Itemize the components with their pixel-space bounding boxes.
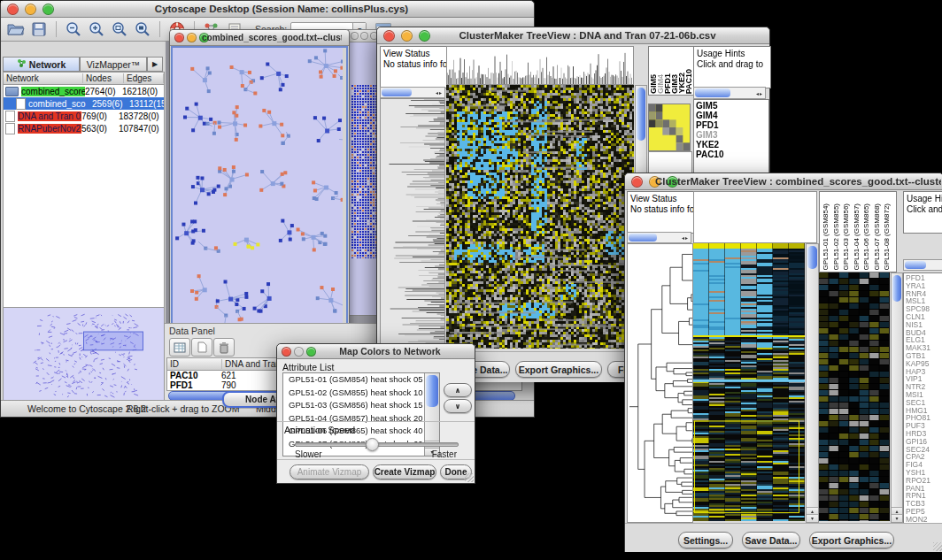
resize-grip[interactable] [933, 542, 942, 551]
close-button[interactable] [351, 32, 359, 40]
settings-button[interactable]: Settings... [678, 532, 733, 548]
minimize-button[interactable] [360, 32, 368, 40]
vscrollbar[interactable]: ▴ ▾ [891, 272, 903, 523]
heatmap-canvas[interactable] [693, 243, 805, 521]
zoom-out-icon[interactable] [62, 20, 85, 39]
more-tabs-button[interactable]: ▶ [147, 57, 163, 72]
tab-vizmapper[interactable]: VizMapper™ [80, 57, 147, 72]
minimize-button[interactable] [401, 30, 413, 42]
gene-label[interactable]: GIM3 [696, 130, 767, 140]
vscroll-thumb[interactable] [892, 275, 901, 302]
move-up-button[interactable]: ∧ [444, 383, 472, 397]
hscrollbar[interactable] [903, 259, 942, 271]
close-button[interactable] [631, 176, 643, 188]
animate-vizmap-button[interactable]: Animate Vizmap [290, 464, 369, 479]
hscroll-thumb[interactable] [695, 88, 730, 97]
export-graphics-button[interactable]: Export Graphics... [809, 532, 894, 548]
network-table-header[interactable]: Network Nodes Edges [4, 73, 164, 85]
hscroll-arrows-icon[interactable]: ◂▸ [682, 233, 689, 242]
close-button[interactable] [383, 30, 395, 42]
column-label[interactable]: GPL51-01 (GSM854) [821, 203, 831, 271]
hscroll-thumb[interactable] [905, 261, 926, 269]
network-canvas[interactable] [173, 48, 343, 324]
network-view-title: combined_scores_good.txt--cluste... [202, 33, 342, 42]
gene-label[interactable]: PFD1 [696, 120, 767, 130]
create-vizmap-button[interactable]: Create Vizmap [373, 464, 436, 479]
zoom-fit-icon[interactable] [131, 20, 154, 39]
tab-network[interactable]: Network [3, 57, 80, 72]
main-titlebar[interactable]: Cytoscape Desktop (Session Name: collins… [1, 1, 534, 18]
new-document-icon[interactable] [191, 338, 212, 357]
heatmap-canvas[interactable] [446, 85, 634, 349]
export-graphics-button[interactable]: Export Graphics... [515, 361, 602, 378]
trash-icon[interactable] [213, 338, 235, 357]
attribute-item[interactable]: GPL51-04 (GSM857) heat shock 20 min [286, 412, 439, 426]
save-icon[interactable] [27, 20, 50, 39]
network-row[interactable]: combined_scores 2764(0) 16218(0) [4, 85, 164, 97]
minimize-button[interactable] [187, 33, 197, 42]
column-label[interactable]: GPL51-08 (GSM872) [882, 203, 892, 271]
network-row[interactable]: RNAPuberNov2+I 563(0) 107847(0) [4, 122, 164, 134]
usage-hints-title: Usage Hints [907, 194, 942, 204]
vscroll-thumb[interactable] [637, 88, 645, 141]
scroll-down-icon[interactable]: ▾ [807, 514, 818, 522]
column-label[interactable]: GPL51-03 (GSM856) [841, 203, 852, 271]
close-button[interactable] [282, 347, 291, 357]
gene-label[interactable]: GIM5 [696, 101, 767, 111]
gene-label[interactable]: PAC10 [696, 150, 767, 159]
attribute-item[interactable]: GPL51-03 (GSM856) heat shock 15 min [286, 399, 439, 412]
correlation-matrix-canvas[interactable] [648, 104, 691, 151]
open-folder-icon[interactable] [4, 20, 27, 39]
column-nodes[interactable]: Nodes [83, 73, 124, 83]
hscroll-arrows-icon[interactable]: ◂▸ [756, 88, 763, 98]
move-down-button[interactable]: ∨ [444, 399, 472, 413]
hscroll-thumb[interactable] [629, 234, 657, 242]
attribute-item[interactable]: GPL51-02 (GSM855) heat shock 10 min [286, 387, 439, 400]
treeview-combined-titlebar[interactable]: ClusterMaker TreeView : combined_scores_… [625, 173, 942, 190]
scroll-down-icon[interactable]: ▾ [892, 514, 902, 522]
zoom-in-icon[interactable] [85, 20, 108, 39]
attribute-grid-icon[interactable] [169, 338, 190, 357]
attribute-item[interactable]: GPL51-01 (GSM854) heat shock 05 min [286, 373, 439, 387]
gene-label[interactable]: YKE2 [696, 140, 767, 150]
animation-speed-slider-thumb[interactable] [366, 438, 379, 451]
network-row[interactable]: DNA and Tran 07 769(0) 183728(0) [4, 110, 164, 122]
column-dendrogram-canvas[interactable] [446, 46, 634, 85]
column-label[interactable]: GPL51-04 (GSM857) [852, 203, 862, 271]
resize-grip[interactable] [465, 473, 474, 482]
hscroll-arrows-icon[interactable]: ◂▸ [436, 88, 443, 97]
row-dendrogram-canvas[interactable] [627, 243, 693, 523]
view-status-panel: View Status No status info for [627, 191, 697, 234]
dialog-titlebar[interactable]: Map Colors to Network [277, 344, 475, 359]
gene-label[interactable]: GIM4 [696, 111, 767, 120]
hscrollbar[interactable]: ◂▸ [693, 87, 766, 99]
desktop: Cytoscape Desktop (Session Name: collins… [0, 0, 942, 560]
save-data-button[interactable]: Save Data... [742, 532, 800, 548]
column-edges[interactable]: Edges [124, 73, 164, 83]
gene-list[interactable]: PFD1YRA1RNR4MSL1SPC98CLN1NIS1BUD4ELG1MAK… [903, 272, 942, 525]
close-button[interactable] [7, 4, 19, 15]
zoom-selected-icon[interactable] [108, 20, 131, 39]
column-network[interactable]: Network [4, 73, 83, 83]
hscroll-thumb[interactable] [382, 88, 412, 96]
column-label[interactable]: GPL51-07 (GSM868) [872, 203, 883, 271]
column-label[interactable]: GPL51-02 (GSM855) [831, 203, 842, 271]
row-dendrogram-canvas[interactable] [380, 98, 445, 351]
minimize-button[interactable] [294, 347, 304, 357]
hscrollbar[interactable]: ◂▸ [380, 87, 445, 98]
dialog-title: Map Colors to Network [313, 346, 467, 357]
vscroll-thumb[interactable] [807, 246, 817, 269]
column-label[interactable]: GPL51-06 (GSM865) [861, 203, 872, 271]
hscrollbar[interactable]: ◂▸ [627, 232, 691, 243]
network-row[interactable]: combined_sco 2569(6) 13112(15) [4, 97, 164, 110]
vscrollbar[interactable]: ▴ ▾ [806, 243, 819, 523]
column-id[interactable]: ID [167, 359, 222, 369]
zoomed-heatmap-canvas[interactable] [819, 272, 890, 521]
network-view-titlebar[interactable]: combined_scores_good.txt--cluste... [170, 30, 349, 46]
treeview-dna-titlebar[interactable]: ClusterMaker TreeView : DNA and Tran 07-… [377, 27, 769, 44]
vscroll-thumb[interactable] [426, 375, 438, 407]
close-button[interactable] [174, 33, 184, 42]
network-overview-thumbnail[interactable] [3, 307, 165, 401]
minimize-button[interactable] [25, 4, 36, 15]
column-label[interactable]: PAC10 [685, 69, 692, 94]
